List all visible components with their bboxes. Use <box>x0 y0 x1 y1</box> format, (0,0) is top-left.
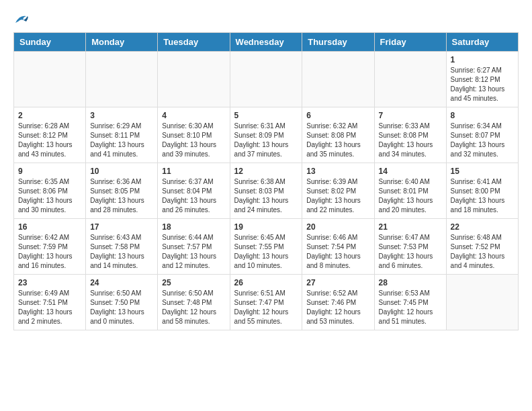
col-header-sunday: Sunday <box>14 33 86 52</box>
day-info: Sunrise: 6:35 AM Sunset: 8:06 PM Dayligh… <box>18 177 81 215</box>
page-header <box>13 13 519 26</box>
calendar-header-row: SundayMondayTuesdayWednesdayThursdayFrid… <box>14 33 519 52</box>
day-info: Sunrise: 6:27 AM Sunset: 8:12 PM Dayligh… <box>451 66 514 103</box>
day-number: 6 <box>306 111 369 120</box>
day-info: Sunrise: 6:50 AM Sunset: 7:50 PM Dayligh… <box>90 289 153 326</box>
day-info: Sunrise: 6:43 AM Sunset: 7:58 PM Dayligh… <box>90 233 153 271</box>
day-cell: 3Sunrise: 6:29 AM Sunset: 8:11 PM Daylig… <box>86 107 158 163</box>
day-number: 22 <box>451 222 514 232</box>
day-info: Sunrise: 6:42 AM Sunset: 7:59 PM Dayligh… <box>18 233 81 271</box>
day-cell: 27Sunrise: 6:52 AM Sunset: 7:46 PM Dayli… <box>302 275 374 330</box>
col-header-saturday: Saturday <box>446 33 518 52</box>
day-cell: 24Sunrise: 6:50 AM Sunset: 7:50 PM Dayli… <box>86 275 158 330</box>
day-cell: 8Sunrise: 6:34 AM Sunset: 8:07 PM Daylig… <box>446 107 518 163</box>
day-info: Sunrise: 6:50 AM Sunset: 7:48 PM Dayligh… <box>162 289 225 326</box>
day-number: 10 <box>90 167 153 176</box>
day-info: Sunrise: 6:36 AM Sunset: 8:05 PM Dayligh… <box>90 177 153 215</box>
day-number: 15 <box>451 167 514 176</box>
day-cell <box>86 52 158 107</box>
day-info: Sunrise: 6:47 AM Sunset: 7:53 PM Dayligh… <box>379 233 442 271</box>
day-info: Sunrise: 6:39 AM Sunset: 8:02 PM Dayligh… <box>306 177 369 215</box>
calendar-table: SundayMondayTuesdayWednesdayThursdayFrid… <box>13 32 519 330</box>
day-info: Sunrise: 6:48 AM Sunset: 7:52 PM Dayligh… <box>451 233 514 271</box>
day-number: 11 <box>162 167 225 176</box>
day-info: Sunrise: 6:53 AM Sunset: 7:45 PM Dayligh… <box>379 289 442 326</box>
day-number: 25 <box>162 278 225 287</box>
day-number: 23 <box>18 278 81 287</box>
col-header-wednesday: Wednesday <box>230 33 302 52</box>
day-cell <box>374 52 446 107</box>
day-cell: 18Sunrise: 6:44 AM Sunset: 7:57 PM Dayli… <box>158 219 230 275</box>
day-cell: 14Sunrise: 6:40 AM Sunset: 8:01 PM Dayli… <box>374 163 446 219</box>
day-number: 8 <box>451 111 514 120</box>
day-cell: 28Sunrise: 6:53 AM Sunset: 7:45 PM Dayli… <box>374 275 446 330</box>
day-info: Sunrise: 6:41 AM Sunset: 8:00 PM Dayligh… <box>451 177 514 215</box>
day-cell: 23Sunrise: 6:49 AM Sunset: 7:51 PM Dayli… <box>14 275 86 330</box>
day-info: Sunrise: 6:31 AM Sunset: 8:09 PM Dayligh… <box>234 122 298 159</box>
day-number: 12 <box>234 167 298 176</box>
day-cell: 13Sunrise: 6:39 AM Sunset: 8:02 PM Dayli… <box>302 163 374 219</box>
day-info: Sunrise: 6:44 AM Sunset: 7:57 PM Dayligh… <box>162 233 225 271</box>
day-number: 26 <box>234 278 298 287</box>
day-info: Sunrise: 6:52 AM Sunset: 7:46 PM Dayligh… <box>306 289 369 326</box>
day-cell: 11Sunrise: 6:37 AM Sunset: 8:04 PM Dayli… <box>158 163 230 219</box>
day-number: 17 <box>90 222 153 232</box>
day-info: Sunrise: 6:51 AM Sunset: 7:47 PM Dayligh… <box>234 289 298 326</box>
col-header-tuesday: Tuesday <box>158 33 230 52</box>
day-number: 1 <box>451 55 514 64</box>
week-row-2: 2Sunrise: 6:28 AM Sunset: 8:12 PM Daylig… <box>14 107 519 163</box>
day-number: 24 <box>90 278 153 287</box>
day-cell: 7Sunrise: 6:33 AM Sunset: 8:08 PM Daylig… <box>374 107 446 163</box>
week-row-5: 23Sunrise: 6:49 AM Sunset: 7:51 PM Dayli… <box>14 275 519 330</box>
day-number: 2 <box>18 111 81 120</box>
week-row-4: 16Sunrise: 6:42 AM Sunset: 7:59 PM Dayli… <box>14 219 519 275</box>
day-info: Sunrise: 6:30 AM Sunset: 8:10 PM Dayligh… <box>162 122 225 159</box>
day-cell <box>302 52 374 107</box>
logo-bird-icon <box>14 13 29 26</box>
day-number: 20 <box>306 222 369 232</box>
day-cell: 5Sunrise: 6:31 AM Sunset: 8:09 PM Daylig… <box>230 107 302 163</box>
day-info: Sunrise: 6:38 AM Sunset: 8:03 PM Dayligh… <box>234 177 298 215</box>
day-number: 16 <box>18 222 81 232</box>
week-row-3: 9Sunrise: 6:35 AM Sunset: 8:06 PM Daylig… <box>14 163 519 219</box>
col-header-friday: Friday <box>374 33 446 52</box>
day-info: Sunrise: 6:46 AM Sunset: 7:54 PM Dayligh… <box>306 233 369 271</box>
day-info: Sunrise: 6:33 AM Sunset: 8:08 PM Dayligh… <box>379 122 442 159</box>
col-header-monday: Monday <box>86 33 158 52</box>
day-info: Sunrise: 6:34 AM Sunset: 8:07 PM Dayligh… <box>451 122 514 159</box>
day-cell: 19Sunrise: 6:45 AM Sunset: 7:55 PM Dayli… <box>230 219 302 275</box>
day-number: 18 <box>162 222 225 232</box>
day-number: 4 <box>162 111 225 120</box>
day-cell: 4Sunrise: 6:30 AM Sunset: 8:10 PM Daylig… <box>158 107 230 163</box>
col-header-thursday: Thursday <box>302 33 374 52</box>
day-info: Sunrise: 6:28 AM Sunset: 8:12 PM Dayligh… <box>18 122 81 159</box>
day-info: Sunrise: 6:32 AM Sunset: 8:08 PM Dayligh… <box>306 122 369 159</box>
day-cell: 10Sunrise: 6:36 AM Sunset: 8:05 PM Dayli… <box>86 163 158 219</box>
day-number: 5 <box>234 111 298 120</box>
day-cell <box>14 52 86 107</box>
day-info: Sunrise: 6:40 AM Sunset: 8:01 PM Dayligh… <box>379 177 442 215</box>
day-number: 28 <box>379 278 442 287</box>
day-cell <box>446 275 518 330</box>
day-cell: 25Sunrise: 6:50 AM Sunset: 7:48 PM Dayli… <box>158 275 230 330</box>
day-cell: 17Sunrise: 6:43 AM Sunset: 7:58 PM Dayli… <box>86 219 158 275</box>
day-number: 9 <box>18 167 81 176</box>
day-number: 7 <box>379 111 442 120</box>
day-number: 3 <box>90 111 153 120</box>
day-number: 19 <box>234 222 298 232</box>
day-cell: 1Sunrise: 6:27 AM Sunset: 8:12 PM Daylig… <box>446 52 518 107</box>
day-info: Sunrise: 6:37 AM Sunset: 8:04 PM Dayligh… <box>162 177 225 215</box>
day-cell: 6Sunrise: 6:32 AM Sunset: 8:08 PM Daylig… <box>302 107 374 163</box>
day-cell: 9Sunrise: 6:35 AM Sunset: 8:06 PM Daylig… <box>14 163 86 219</box>
logo <box>13 13 30 26</box>
day-cell: 12Sunrise: 6:38 AM Sunset: 8:03 PM Dayli… <box>230 163 302 219</box>
day-cell <box>230 52 302 107</box>
day-number: 14 <box>379 167 442 176</box>
day-number: 21 <box>379 222 442 232</box>
day-cell: 2Sunrise: 6:28 AM Sunset: 8:12 PM Daylig… <box>14 107 86 163</box>
day-info: Sunrise: 6:45 AM Sunset: 7:55 PM Dayligh… <box>234 233 298 271</box>
week-row-1: 1Sunrise: 6:27 AM Sunset: 8:12 PM Daylig… <box>14 52 519 107</box>
day-cell: 26Sunrise: 6:51 AM Sunset: 7:47 PM Dayli… <box>230 275 302 330</box>
day-cell: 16Sunrise: 6:42 AM Sunset: 7:59 PM Dayli… <box>14 219 86 275</box>
day-cell: 21Sunrise: 6:47 AM Sunset: 7:53 PM Dayli… <box>374 219 446 275</box>
